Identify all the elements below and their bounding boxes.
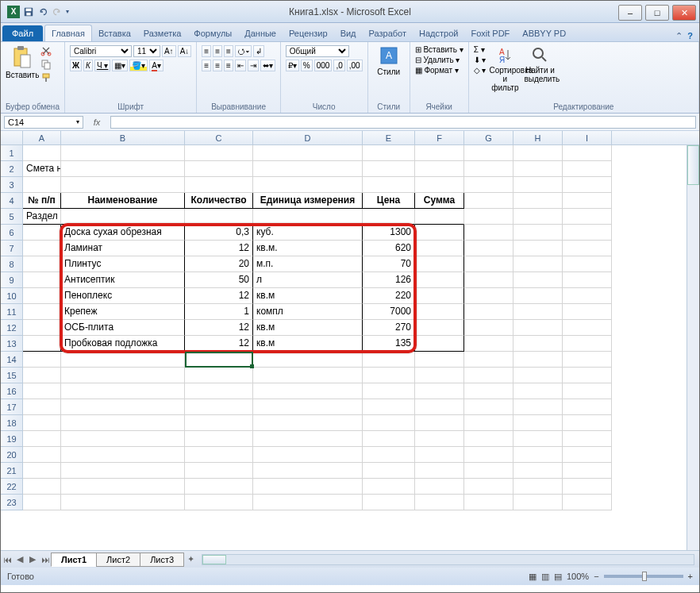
cell-F5[interactable] (415, 209, 464, 225)
cell-A19[interactable] (23, 431, 61, 447)
cell-I1[interactable] (563, 145, 612, 161)
cell-B4[interactable]: Наименование (61, 193, 185, 209)
row-header-1[interactable]: 1 (1, 145, 23, 161)
cell-D4[interactable]: Единица измерения (253, 193, 363, 209)
cell-H7[interactable] (513, 241, 563, 256)
cell-I9[interactable] (563, 272, 612, 288)
row-header-23[interactable]: 23 (1, 495, 23, 510)
cell-C5[interactable] (185, 209, 253, 225)
decrease-indent-icon[interactable]: ⇤ (235, 60, 246, 71)
cell-F18[interactable] (415, 415, 464, 431)
cell-H10[interactable] (513, 288, 563, 304)
fx-icon[interactable]: fx (87, 117, 107, 127)
cell-I20[interactable] (563, 447, 612, 463)
cell-G10[interactable] (464, 288, 513, 304)
cell-F6[interactable] (415, 225, 464, 241)
cell-H18[interactable] (513, 415, 563, 431)
cell-F3[interactable] (415, 177, 464, 193)
cell-B5[interactable] (61, 209, 185, 225)
row-header-8[interactable]: 8 (1, 256, 23, 272)
cell-H12[interactable] (513, 320, 563, 336)
column-header-I[interactable]: I (563, 131, 612, 144)
cell-I13[interactable] (563, 336, 612, 352)
cell-grid[interactable]: Смета на работы№ п/пНаименованиеКоличест… (23, 145, 699, 550)
cell-I6[interactable] (563, 225, 612, 241)
cell-A22[interactable] (23, 479, 61, 495)
cell-F11[interactable] (415, 304, 464, 320)
row-header-17[interactable]: 17 (1, 399, 23, 415)
row-header-19[interactable]: 19 (1, 431, 23, 447)
cell-F17[interactable] (415, 399, 464, 415)
cell-G21[interactable] (464, 463, 513, 479)
cell-D10[interactable]: кв.м (253, 288, 363, 304)
formula-input[interactable] (110, 116, 696, 129)
cell-I18[interactable] (563, 415, 612, 431)
cell-G3[interactable] (464, 177, 513, 193)
increase-decimal-icon[interactable]: ,0 (333, 60, 344, 71)
font-size-select[interactable]: 11 (133, 45, 160, 57)
cell-E18[interactable] (363, 415, 415, 431)
cell-B18[interactable] (61, 415, 185, 431)
cell-C14[interactable] (185, 352, 253, 368)
cell-A1[interactable] (23, 145, 61, 161)
cell-H14[interactable] (513, 352, 563, 368)
column-header-F[interactable]: F (415, 131, 464, 144)
cell-H16[interactable] (513, 383, 563, 399)
cell-A21[interactable] (23, 463, 61, 479)
cell-F23[interactable] (415, 495, 464, 510)
cell-C7[interactable]: 12 (185, 241, 253, 256)
increase-indent-icon[interactable]: ⇥ (248, 60, 259, 71)
cell-A11[interactable] (23, 304, 61, 320)
font-color-button[interactable]: A▾ (149, 60, 163, 71)
namebox-dropdown-icon[interactable]: ▾ (76, 118, 79, 125)
cell-F16[interactable] (415, 383, 464, 399)
cell-D13[interactable]: кв.м (253, 336, 363, 352)
cell-E16[interactable] (363, 383, 415, 399)
cell-D14[interactable] (253, 352, 363, 368)
cell-F12[interactable] (415, 320, 464, 336)
cell-F8[interactable] (415, 256, 464, 272)
cell-B14[interactable] (61, 352, 185, 368)
qat-dropdown-icon[interactable]: ▾ (66, 8, 69, 15)
cell-D21[interactable] (253, 463, 363, 479)
cell-I19[interactable] (563, 431, 612, 447)
cell-A5[interactable]: Раздел I: Затраты на материалы (23, 209, 61, 225)
row-header-7[interactable]: 7 (1, 241, 23, 256)
cell-E21[interactable] (363, 463, 415, 479)
cell-G16[interactable] (464, 383, 513, 399)
row-header-4[interactable]: 4 (1, 193, 23, 209)
ribbon-tab-8[interactable]: Надстрой (413, 25, 464, 41)
find-select-button[interactable]: Найти и выделить (524, 45, 556, 83)
cell-H6[interactable] (513, 225, 563, 241)
cell-E23[interactable] (363, 495, 415, 510)
cell-A4[interactable]: № п/п (23, 193, 61, 209)
cell-I8[interactable] (563, 256, 612, 272)
cell-C10[interactable]: 12 (185, 288, 253, 304)
cell-F1[interactable] (415, 145, 464, 161)
cell-A14[interactable] (23, 352, 61, 368)
file-tab[interactable]: Файл (2, 25, 43, 41)
row-header-6[interactable]: 6 (1, 225, 23, 241)
cell-D6[interactable]: куб. (253, 225, 363, 241)
cell-B22[interactable] (61, 479, 185, 495)
cell-C9[interactable]: 50 (185, 272, 253, 288)
cell-D9[interactable]: л (253, 272, 363, 288)
cell-G9[interactable] (464, 272, 513, 288)
cell-C18[interactable] (185, 415, 253, 431)
percent-icon[interactable]: % (301, 60, 313, 71)
cell-F7[interactable] (415, 241, 464, 256)
cell-A13[interactable] (23, 336, 61, 352)
font-name-select[interactable]: Calibri (70, 45, 132, 57)
row-header-16[interactable]: 16 (1, 383, 23, 399)
cell-C17[interactable] (185, 399, 253, 415)
cell-E7[interactable]: 620 (363, 241, 415, 256)
cell-E10[interactable]: 220 (363, 288, 415, 304)
cell-I3[interactable] (563, 177, 612, 193)
ribbon-tab-2[interactable]: Разметка (137, 25, 188, 41)
cell-E12[interactable]: 270 (363, 320, 415, 336)
horizontal-scrollbar[interactable] (202, 554, 694, 565)
cell-B7[interactable]: Ламинат (61, 241, 185, 256)
cell-H3[interactable] (513, 177, 563, 193)
sheet-nav-next-icon[interactable]: ▶ (26, 554, 39, 564)
cell-G17[interactable] (464, 399, 513, 415)
